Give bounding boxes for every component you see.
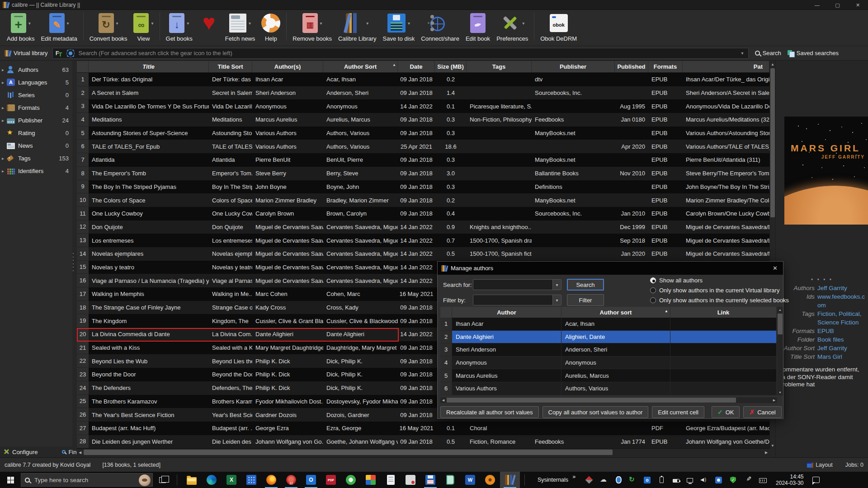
metadata-value[interactable]: Fiction, Political, Science Fiction	[817, 310, 867, 327]
scroll-left-icon[interactable]: ◀	[77, 450, 83, 455]
taskbar-icon-floppy-app[interactable]	[420, 472, 440, 488]
sidebar-item-languages[interactable]: ▸Languages5	[0, 76, 72, 89]
toolbar-button-library[interactable]: ▾Calibre Library	[338, 12, 377, 42]
table-row[interactable]: 6TALE of TALES_For EpubTALE of TALES_F..…	[77, 140, 769, 153]
maximize-button[interactable]: ▢	[827, 0, 848, 10]
chevron-down-icon[interactable]: ▾	[249, 21, 251, 26]
toolbar-button-fetch-news[interactable]: ▾Fetch news	[225, 12, 255, 42]
search-button[interactable]: Search	[755, 50, 781, 56]
search-for-combo[interactable]	[473, 279, 561, 290]
tray-icon-onedrive[interactable]	[600, 476, 608, 484]
sidebar-item-rating[interactable]: Rating0	[0, 127, 72, 139]
search-box[interactable]: FT ▾	[52, 48, 749, 59]
copy-sort-button[interactable]: Copy all author sort values to author	[542, 406, 649, 418]
table-row[interactable]: 11One Lucky CowboyOne Lucky Cow...Caroly…	[77, 207, 769, 221]
author-cell[interactable]: Dante Alighieri	[452, 331, 561, 343]
chevron-down-icon[interactable]: ▾	[116, 21, 118, 26]
author-cell[interactable]: 5	[440, 369, 452, 382]
toolbar-button-save-to-disk[interactable]: ▾Save to disk	[383, 12, 415, 42]
expand-icon[interactable]: ▸	[2, 80, 7, 85]
toolbar-button-remove-books[interactable]: ▾Remove books	[292, 12, 332, 42]
author-cell[interactable]: 3	[440, 343, 452, 356]
tray-icon-volume[interactable]	[700, 476, 708, 484]
task-view-icon[interactable]	[159, 477, 166, 483]
table-row[interactable]: 27Budapest (arr. Mac Huff)Budapest (arr.…	[77, 422, 769, 435]
taskbar-icon-word[interactable]	[460, 472, 480, 488]
dialog-column-header-link[interactable]: Link	[670, 307, 777, 318]
table-row[interactable]: 12Don QuijoteDon QuijoteMiguel de Cervan…	[77, 221, 769, 234]
expand-icon[interactable]: ▸	[2, 156, 7, 161]
action-center-icon[interactable]	[812, 477, 820, 483]
dialog-column-header-author-sort[interactable]: Author sort▲	[561, 307, 670, 318]
scroll-left-icon[interactable]: ◀	[440, 397, 446, 403]
table-row[interactable]: 8The Emperor's TombEmperor's Tom...Steve…	[77, 167, 769, 180]
layout-button[interactable]: Layout	[807, 462, 833, 468]
toolbar-button-get-books[interactable]: ▾Get books	[166, 12, 193, 42]
jobs-indicator[interactable]: Jobs: 0	[845, 462, 863, 468]
virtual-library-button[interactable]: Virtual library	[0, 46, 52, 61]
table-row[interactable]: 3Vida De Lazarillo De Tormes Y De Sus Fo…	[77, 99, 769, 113]
author-row[interactable]: 6Various AuthorsAuthors, Various	[440, 382, 777, 395]
sysinternals-toolbar[interactable]: Sysinternals	[538, 477, 576, 483]
column-header-date[interactable]: Date	[398, 61, 435, 72]
dialog-horizontal-scrollbar[interactable]: ◀ ▶	[440, 397, 777, 403]
taskbar-icon-photo-viewer[interactable]	[361, 472, 381, 488]
tray-icon-battery[interactable]	[673, 479, 679, 483]
tray-icon-sync[interactable]	[629, 476, 637, 484]
book-cover[interactable]: MARS GIRL JEFF GARRITY	[784, 117, 868, 225]
author-cell[interactable]: 2	[440, 331, 452, 343]
metadata-value[interactable]: Book files	[817, 335, 844, 344]
table-row[interactable]: 10The Colors of SpaceColors of Space...M…	[77, 193, 769, 207]
toolbar-button-edit-book[interactable]: Edit book	[466, 12, 490, 42]
table-row[interactable]: 14Novelas ejemplaresNovelas ejempl...Mig…	[77, 247, 769, 261]
metadata-value[interactable]: Jeff Garrity	[817, 284, 847, 292]
author-cell[interactable]: Acar, Ihsan	[561, 318, 670, 330]
chevron-down-icon[interactable]: ▾	[28, 21, 31, 26]
author-cell[interactable]: 1	[440, 318, 452, 330]
taskbar-icon-excel[interactable]	[222, 472, 241, 488]
splitter-handle[interactable]	[73, 253, 76, 271]
table-row[interactable]: 28Die Leiden des jungen WertherDie Leide…	[77, 435, 769, 449]
toolbar-button-preferences[interactable]: ▾Preferences	[496, 12, 528, 42]
sidebar-item-formats[interactable]: ▸Formats4	[0, 101, 72, 114]
column-header-title[interactable]: Title	[89, 61, 209, 72]
configure-button[interactable]: Configure	[4, 449, 38, 455]
taskbar-icon-calibre[interactable]	[500, 472, 520, 488]
start-button[interactable]	[0, 472, 21, 488]
radio-option-1[interactable]: Only show authors in the current Virtual…	[650, 287, 789, 294]
tray-icon-network[interactable]	[687, 478, 693, 483]
taskbar-icon-gimp[interactable]	[281, 472, 301, 488]
sidebar-item-authors[interactable]: ▸Authors63	[0, 63, 72, 76]
author-cell[interactable]	[670, 357, 777, 369]
taskbar-icon-outlook[interactable]	[301, 472, 321, 488]
scroll-down-icon[interactable]: ▼	[770, 442, 775, 449]
taskbar-icon-firefox[interactable]	[261, 472, 281, 488]
tray-icon-pen[interactable]	[744, 476, 752, 484]
filter-by-combo[interactable]	[473, 295, 561, 305]
scroll-down-icon[interactable]: ▼	[777, 389, 783, 395]
author-cell[interactable]: Various Authors	[452, 382, 561, 395]
recalculate-sort-button[interactable]: Recalculate all author sort values	[440, 406, 539, 418]
gear-icon[interactable]	[67, 50, 74, 57]
dialog-close-icon[interactable]: ✕	[771, 265, 779, 272]
chevron-down-icon[interactable]: ▾	[151, 21, 153, 26]
author-cell[interactable]: 6	[440, 382, 452, 395]
taskbar-icon-snipping-tool[interactable]	[401, 472, 420, 488]
sidebar-item-identifiers[interactable]: ▸Identifiers4	[0, 164, 72, 177]
author-cell[interactable]	[670, 318, 777, 330]
author-row[interactable]: 4AnonymousAnonymous	[440, 357, 777, 370]
taskbar-icon-book-app[interactable]	[440, 472, 460, 488]
table-row[interactable]: 13Los entremesesLos entremesesMiguel de …	[77, 234, 769, 247]
metadata-value[interactable]: EPUB	[817, 327, 834, 335]
tray-icon-touch-keyboard[interactable]	[759, 478, 767, 483]
author-cell[interactable]	[670, 331, 777, 343]
table-row[interactable]: 4MeditationsMeditationsMarcus AureliusAu…	[77, 113, 769, 127]
toolbar-button-add-books[interactable]: ▾Add books	[7, 12, 34, 42]
dialog-column-header-author[interactable]: Author	[452, 307, 561, 318]
expand-icon[interactable]: ▸	[2, 169, 7, 174]
column-header-publisher[interactable]: Publisher	[532, 61, 615, 72]
column-header-author-sort[interactable]: Author Sort▲	[323, 61, 398, 72]
table-row[interactable]: 2A Secret in SalemSecret in Salem, ASher…	[77, 86, 769, 100]
dialog-vertical-scrollbar[interactable]: ▲ ▼	[777, 307, 783, 395]
scroll-right-icon[interactable]: ▶	[763, 450, 769, 455]
